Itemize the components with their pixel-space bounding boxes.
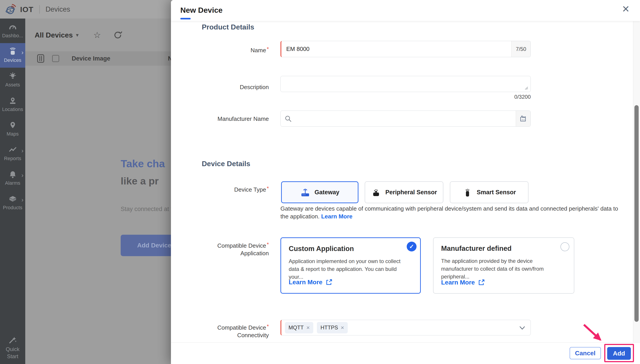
factory-icon (519, 115, 527, 122)
modal-footer: Cancel Add (171, 342, 640, 364)
connectivity-multiselect[interactable]: MQTT × HTTPS × (280, 320, 531, 336)
sidebar-item-label: Reports (0, 156, 25, 162)
device-type-option-gateway[interactable]: Gateway (281, 181, 358, 203)
sidebar-item-quick-start[interactable]: Quick Start (0, 336, 25, 360)
app-name: IOT (20, 5, 34, 14)
application-learn-more-link[interactable]: Learn More (441, 279, 485, 286)
column-header-device-image[interactable]: Device Image (72, 55, 110, 62)
empty-state-heading-line1: Take cha (121, 158, 165, 170)
sidebar-item-products[interactable]: › Products (0, 190, 25, 215)
locations-icon (9, 97, 17, 105)
device-type-option-smart-sensor[interactable]: Smart Sensor (450, 181, 528, 203)
manufacturer-lookup-addon[interactable] (516, 111, 530, 126)
application-card-manufacturer[interactable]: Manufacturer defined The application pro… (433, 238, 574, 294)
device-type-label: Device Type* (171, 185, 269, 194)
connectivity-tag-https: HTTPS × (317, 322, 348, 334)
compatible-application-label-line1: Compatible Device (217, 242, 266, 249)
name-char-counter: 7/50 (511, 41, 530, 57)
application-card-custom[interactable]: ✓ Custom Application Application impleme… (280, 238, 421, 294)
name-input-value: EM 8000 (286, 41, 310, 58)
chevron-right-icon: › (22, 172, 24, 179)
manufacturer-search-input[interactable] (280, 110, 531, 126)
close-icon[interactable]: ✕ (622, 4, 630, 14)
required-marker: * (267, 46, 269, 52)
peripheral-sensor-icon (371, 187, 381, 198)
device-type-label-text: Device Type (234, 186, 266, 193)
chevron-down-icon[interactable]: ▾ (76, 32, 79, 38)
empty-state-description: Stay connected at y (121, 206, 174, 212)
sidebar-item-label: Assets (0, 82, 25, 88)
active-tab-indicator (180, 18, 191, 20)
cancel-button[interactable]: Cancel (570, 347, 601, 359)
sidebar: Dashbo... › Devices Assets Locations Ma (0, 18, 25, 364)
chevron-right-icon: › (22, 147, 24, 154)
sidebar-item-dashboard[interactable]: Dashbo... (0, 18, 25, 43)
smart-sensor-icon (462, 187, 473, 198)
products-icon (9, 195, 17, 203)
remove-tag-icon[interactable]: × (341, 324, 344, 331)
modal-scrollbar-track[interactable] (633, 21, 640, 342)
modal-header: New Device ✕ (171, 0, 640, 21)
quick-start-label-line2: Start (7, 353, 18, 359)
device-type-learn-more-link[interactable]: Learn More (321, 213, 352, 220)
external-link-icon (326, 279, 332, 286)
topbar-page-title: Devices (46, 5, 70, 14)
name-label: Name* (171, 45, 269, 54)
sidebar-item-label: Dashbo... (0, 33, 25, 39)
column-settings-icon[interactable] (37, 54, 45, 63)
connectivity-label: Compatible Device* Connectivity (171, 323, 269, 339)
sidebar-item-label: Alarms (0, 180, 25, 186)
quick-start-label-line1: Quick (6, 346, 20, 352)
chevron-down-icon[interactable] (519, 324, 526, 331)
sidebar-item-label: Products (0, 205, 25, 210)
chevron-right-icon: › (22, 196, 24, 204)
name-label-text: Name (251, 47, 266, 54)
sidebar-item-devices[interactable]: › Devices (0, 43, 25, 68)
compatible-application-label-line2: Application (240, 250, 269, 256)
learn-more-text: Learn More (289, 279, 322, 286)
tag-label: HTTPS (320, 324, 338, 331)
remove-tag-icon[interactable]: × (306, 324, 310, 331)
application-card-description: Application implemented on your own to c… (289, 257, 408, 281)
quick-start-icon (8, 336, 17, 344)
add-button[interactable]: Add (607, 347, 631, 360)
tag-label: MQTT (289, 324, 304, 331)
device-type-help-text: Gateway are devices capable of communica… (280, 205, 624, 220)
description-label: Description (171, 83, 269, 91)
modal-title: New Device (180, 6, 223, 14)
sidebar-item-alarms[interactable]: › Alarms (0, 166, 25, 190)
app-logo: IOT Devices (5, 4, 70, 15)
application-learn-more-link[interactable]: Learn More (289, 279, 332, 286)
reports-icon (9, 146, 17, 154)
select-all-checkbox[interactable] (52, 55, 59, 62)
assets-icon (9, 72, 17, 80)
refresh-icon[interactable] (113, 30, 123, 40)
dashboard-icon (9, 23, 17, 31)
devices-icon (9, 48, 17, 56)
new-device-modal: New Device ✕ Product Details Name* EM 80… (171, 0, 640, 364)
modal-scrollbar-thumb[interactable] (634, 105, 639, 322)
radio-unselected-icon[interactable] (560, 242, 569, 251)
view-selector[interactable]: All Devices (35, 31, 73, 39)
sidebar-item-reports[interactable]: › Reports (0, 141, 25, 166)
sidebar-item-label: Devices (0, 58, 25, 63)
sidebar-item-locations[interactable]: Locations (0, 92, 25, 117)
manufacturer-label: Manufacturer Name (171, 115, 269, 122)
sidebar-item-label: Locations (0, 106, 25, 112)
selected-check-icon: ✓ (407, 242, 416, 252)
device-type-option-peripheral-sensor[interactable]: Peripheral Sensor (365, 181, 443, 203)
alarms-icon (9, 170, 17, 178)
application-card-title: Manufacturer defined (441, 244, 511, 252)
compatible-application-label: Compatible Device* Application (171, 241, 269, 257)
resize-grip-icon[interactable] (524, 86, 528, 90)
chevron-right-icon: › (22, 49, 24, 56)
modal-body: Product Details Name* EM 8000 7/50 Descr… (171, 21, 640, 342)
connectivity-tag-mqtt: MQTT × (285, 322, 313, 334)
sidebar-item-maps[interactable]: Maps (0, 117, 25, 141)
sidebar-item-assets[interactable]: Assets (0, 68, 25, 92)
description-textarea[interactable] (280, 76, 531, 92)
devices-toolbar: All Devices ▾ ☆ (35, 30, 123, 40)
device-type-option-label: Smart Sensor (477, 189, 516, 196)
favorite-star-icon[interactable]: ☆ (93, 30, 101, 40)
name-input[interactable]: EM 8000 7/50 (280, 41, 531, 57)
